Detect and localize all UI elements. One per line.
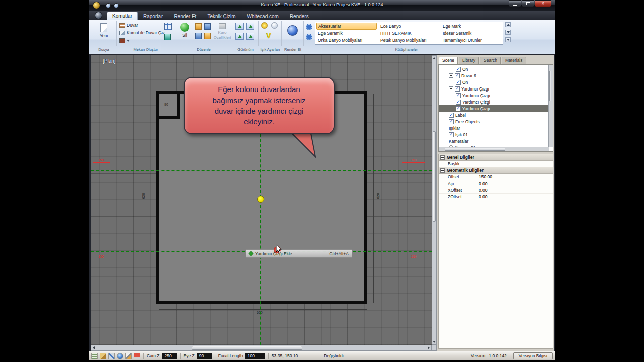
library-tool-2-button[interactable] (306, 34, 312, 40)
tree-item[interactable]: Label (439, 112, 553, 118)
tab-teknik-cizim[interactable]: Teknik Çizim (202, 13, 241, 20)
scroll-right-arrow[interactable] (426, 345, 431, 350)
library-tool-1-button[interactable] (306, 24, 312, 30)
wall-color-picker[interactable] (119, 38, 130, 43)
cam-z-field[interactable]: 250 (162, 353, 177, 359)
sun-light-button[interactable] (261, 22, 268, 29)
checkbox-checked-icon[interactable] (449, 132, 454, 137)
property-value[interactable]: 0.00 (479, 181, 488, 186)
edit-tool-1-button[interactable] (195, 23, 202, 30)
tree-item[interactable]: Yardımcı Çizgi (439, 99, 553, 105)
tree-item[interactable]: Free Objects (439, 118, 553, 125)
library-item[interactable]: Ece Banyo (379, 23, 439, 30)
grid-toggle-icon[interactable] (91, 353, 98, 359)
tab-scene[interactable]: Scene (439, 57, 458, 64)
render-button[interactable] (287, 25, 298, 36)
tree-vertical-scrollbar[interactable] (548, 65, 553, 147)
collapse-icon[interactable] (449, 73, 453, 78)
tab-search[interactable]: Search (480, 57, 501, 64)
focal-length-field[interactable]: 100 (245, 353, 265, 359)
tree-item-selected[interactable]: Yardımcı Çizgi (439, 105, 553, 112)
tree-item[interactable]: Ön (439, 66, 553, 72)
application-menu-orb[interactable] (95, 12, 102, 19)
checkbox-checked-icon[interactable] (449, 119, 454, 124)
version-info-button[interactable]: Versiyon Bilgisi (513, 352, 553, 359)
checkbox-checked-icon[interactable] (456, 67, 461, 72)
magnet-snap-icon[interactable] (134, 353, 140, 359)
library-item[interactable]: Ege Mark (441, 23, 502, 30)
property-value[interactable]: 0.00 (479, 194, 488, 199)
view-front-button[interactable] (246, 23, 254, 30)
library-item[interactable]: Ege Seramik (316, 30, 377, 37)
library-item[interactable]: Orka Banyo Mobilyaları (316, 37, 377, 44)
tab-whitecad[interactable]: Whitecad.com (242, 13, 284, 20)
globe-icon[interactable] (117, 353, 123, 359)
property-row[interactable]: Açı 0.00 (439, 180, 553, 187)
library-gallery-expand[interactable] (505, 37, 511, 42)
tab-materials[interactable]: Materials (502, 57, 526, 64)
wall-button[interactable]: Duvar (119, 23, 138, 28)
property-group-header[interactable]: Geometrik Bilgiler (439, 167, 553, 174)
scrollbar-thumb[interactable] (192, 346, 302, 350)
tree-item[interactable]: Işık 01 (439, 131, 553, 138)
scroll-down-arrow[interactable] (432, 339, 437, 344)
tree-item[interactable]: Işıklar (439, 125, 553, 131)
checkbox-checked-icon[interactable] (456, 100, 461, 105)
drawing-canvas[interactable]: [Plan] 620 620 620 90 150 150 150 150 Ya… (91, 55, 432, 345)
delete-button[interactable]: Sil (177, 21, 192, 38)
tile-toggle-icon[interactable] (100, 353, 106, 359)
library-item[interactable]: Petek Banyo Mobilyaları (379, 37, 439, 44)
scroll-left-arrow[interactable] (91, 345, 96, 350)
snap-toggle-icon[interactable] (108, 353, 115, 359)
tab-render-et[interactable]: Render Et (168, 13, 202, 20)
checkbox-checked-icon[interactable] (455, 73, 460, 78)
scrollbar-thumb[interactable] (549, 71, 552, 101)
tree-item[interactable]: Yardımcı Çizgi (439, 92, 553, 99)
light-check-button[interactable]: V (266, 32, 271, 39)
eye-z-field[interactable]: 90 (197, 353, 212, 359)
context-command-add-helper-line[interactable]: Yardımcı Çizgi Ekle Ctrl+Alt+A (246, 249, 352, 258)
property-row[interactable]: XOffset 0.00 (439, 187, 553, 194)
library-item[interactable]: HİTİT SERAMİK (379, 30, 439, 37)
tab-raporlar[interactable]: Raporlar (138, 13, 168, 20)
tab-komutlar[interactable]: Komutlar (107, 12, 138, 20)
room-grid-button[interactable] (164, 23, 172, 30)
edit-tool-4-button[interactable] (204, 33, 211, 39)
tree-item[interactable]: Yardımcı Çizgi (439, 85, 553, 92)
view-top-button[interactable] (235, 23, 244, 30)
checkbox-checked-icon[interactable] (456, 93, 461, 98)
library-item[interactable]: İdeser Seramik (441, 30, 502, 37)
checkbox-checked-icon[interactable] (455, 86, 460, 92)
scroll-up-arrow[interactable] (432, 56, 437, 61)
new-file-button[interactable]: Yeni (95, 22, 113, 38)
canvas-vertical-scrollbar[interactable] (432, 55, 437, 345)
collapse-icon[interactable] (443, 139, 447, 143)
tab-library[interactable]: Library (459, 57, 479, 64)
maximize-button[interactable] (522, 0, 534, 7)
checkbox-checked-icon[interactable] (449, 113, 454, 118)
view-3d-button[interactable] (246, 33, 254, 40)
library-item[interactable]: Tamamlayıcı Ürünler (441, 37, 502, 44)
library-scroll-up[interactable] (505, 22, 511, 27)
collapse-icon[interactable] (443, 126, 447, 130)
checkbox-checked-icon[interactable] (456, 106, 461, 111)
edit-tool-3-button[interactable] (204, 23, 211, 30)
canvas-horizontal-scrollbar[interactable] (91, 345, 432, 351)
property-value[interactable]: 0.00 (479, 188, 488, 193)
tree-item[interactable]: Ön (439, 79, 553, 85)
scrollbar-thumb[interactable] (433, 131, 436, 222)
checkbox-checked-icon[interactable] (456, 80, 461, 85)
property-row[interactable]: ZOffset 0.00 (439, 194, 553, 200)
scrollbar-thumb[interactable] (445, 148, 505, 151)
library-item[interactable]: Aksesuarlar (316, 23, 377, 30)
edit-mode-icon[interactable] (125, 353, 132, 359)
draw-wall-command-button[interactable]: Komut ile Duvar Çiz (119, 30, 165, 35)
edit-tool-2-button[interactable] (195, 33, 202, 39)
view-side-button[interactable] (235, 33, 244, 40)
property-value[interactable]: 150.00 (479, 174, 492, 179)
tree-horizontal-scrollbar[interactable] (439, 147, 549, 151)
property-row[interactable]: Başlık (439, 161, 553, 167)
property-group-header[interactable]: Genel Bilgiler (439, 154, 553, 161)
collapse-icon[interactable] (440, 155, 445, 160)
bulb-light-button[interactable] (271, 22, 278, 29)
